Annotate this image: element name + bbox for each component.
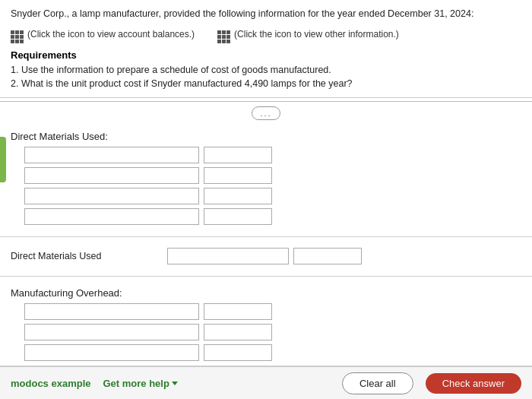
mfg-row-2: [11, 324, 521, 340]
account-balances-link[interactable]: (Click the icon to view account balances…: [11, 26, 195, 43]
dm-row-3: [11, 188, 521, 204]
get-more-help-button[interactable]: Get more help: [103, 378, 178, 389]
dm-input-2-value[interactable]: [204, 167, 272, 184]
mfg-input-3-label[interactable]: [24, 344, 199, 361]
dm-input-3-label[interactable]: [24, 188, 199, 204]
dm-row-4: [11, 208, 521, 225]
mfg-input-2-label[interactable]: [24, 324, 199, 340]
dm-input-1-value[interactable]: [204, 147, 272, 163]
dm-row-2: [11, 167, 521, 184]
other-info-text: (Click the icon to view other informatio…: [234, 29, 399, 40]
dm-input-4-value[interactable]: [204, 208, 272, 225]
requirements-title: Requirements: [11, 49, 521, 61]
bottom-bar: modocs example Get more help Clear all C…: [0, 366, 532, 399]
mfg-row-1: [11, 303, 521, 320]
dm-input-1-label[interactable]: [24, 147, 199, 163]
clear-all-button[interactable]: Clear all: [342, 372, 413, 394]
dm-input-4-label[interactable]: [24, 208, 199, 225]
main-container: Snyder Corp., a lamp manufacturer, provi…: [0, 0, 532, 399]
chevron-down-icon: [172, 382, 178, 385]
left-tab-indicator: [0, 137, 6, 182]
header-section: Snyder Corp., a lamp manufacturer, provi…: [0, 0, 532, 98]
requirements-section: Requirements 1. Use the information to p…: [11, 49, 521, 92]
direct-materials-total-label: Direct Materials Used: [11, 251, 163, 261]
other-info-link[interactable]: (Click the icon to view other informatio…: [217, 26, 399, 43]
dm-total-narrow-input[interactable]: [293, 248, 362, 264]
dm-input-3-value[interactable]: [204, 188, 272, 204]
content-area: Direct Materials Used: Direct M: [0, 125, 532, 399]
get-more-help-label: Get more help: [103, 378, 169, 389]
divider-area: ...: [0, 101, 532, 125]
header-title: Snyder Corp., a lamp manufacturer, provi…: [11, 8, 521, 21]
separator-2: [0, 276, 532, 277]
modocs-link[interactable]: modocs example: [11, 378, 91, 389]
mfg-input-1-label[interactable]: [24, 303, 199, 320]
dm-total-wide-input[interactable]: [167, 248, 289, 264]
grid-icon-2: [217, 26, 230, 43]
dm-row-1: [11, 147, 521, 163]
expand-button[interactable]: ...: [252, 106, 280, 120]
mfg-row-3: [11, 344, 521, 361]
icon-links-row: (Click the icon to view account balances…: [11, 26, 521, 43]
grid-icon-1: [11, 26, 24, 43]
check-answer-button[interactable]: Check answer: [426, 373, 521, 394]
requirement-2: 2. What is the unit product cost if Snyd…: [11, 77, 521, 91]
mfg-input-1-value[interactable]: [204, 303, 272, 320]
account-balances-text: (Click the icon to view account balances…: [27, 29, 195, 40]
direct-materials-label: Direct Materials Used:: [11, 131, 521, 142]
requirement-1: 1. Use the information to prepare a sche…: [11, 63, 521, 78]
manufacturing-overhead-section: Manufacturing Overhead:: [0, 281, 532, 368]
dm-input-2-label[interactable]: [24, 167, 199, 184]
direct-materials-total-section: Direct Materials Used: [0, 242, 532, 271]
manufacturing-overhead-label: Manufacturing Overhead:: [11, 287, 521, 299]
direct-materials-section: Direct Materials Used:: [0, 125, 532, 232]
separator-1: [0, 236, 532, 237]
mfg-input-2-value[interactable]: [204, 324, 272, 340]
mfg-input-3-value[interactable]: [204, 344, 272, 361]
